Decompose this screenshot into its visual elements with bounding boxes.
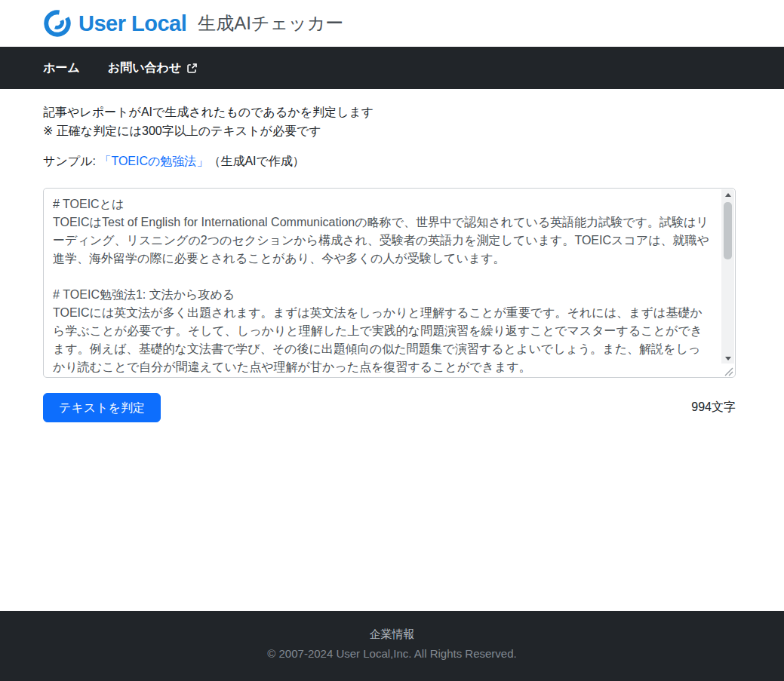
sample-toeic-link[interactable]: 「TOEICの勉強法」 xyxy=(99,155,208,167)
judge-text-button[interactable]: テキストを判定 xyxy=(43,393,161,422)
userlocal-logo-icon xyxy=(43,9,72,38)
main-content: 記事やレポートがAIで生成されたものであるかを判定します ※ 正確な判定には30… xyxy=(0,89,784,611)
intro-line-1: 記事やレポートがAIで生成されたものであるかを判定します xyxy=(43,103,736,121)
intro-line-2: ※ 正確な判定には300字以上のテキストが必要です xyxy=(43,121,736,140)
editor-scrollbar[interactable] xyxy=(721,189,734,364)
userlocal-logo[interactable]: User Local xyxy=(43,9,186,38)
userlocal-logo-text: User Local xyxy=(78,13,186,35)
scroll-down-icon[interactable] xyxy=(721,353,734,364)
page-footer: 企業情報 © 2007-2024 User Local,Inc. All Rig… xyxy=(0,611,784,681)
footer-copyright: © 2007-2024 User Local,Inc. All Rights R… xyxy=(267,646,516,661)
text-input-area[interactable]: # TOEICとは TOEICはTest of English for Inte… xyxy=(43,188,736,378)
nav-item-contact[interactable]: お問い合わせ xyxy=(108,60,198,76)
actions-row: テキストを判定 994文字 xyxy=(43,393,736,422)
nav-contact-label: お問い合わせ xyxy=(108,60,182,76)
char-count: 994文字 xyxy=(691,400,736,416)
text-input-content[interactable]: # TOEICとは TOEICはTest of English for Inte… xyxy=(53,195,712,373)
scroll-up-icon[interactable] xyxy=(721,189,734,200)
nav-item-home[interactable]: ホーム xyxy=(43,60,80,76)
app-header: User Local 生成AIチェッカー xyxy=(0,0,784,47)
sample-prefix: サンプル: xyxy=(43,155,99,167)
resize-grip-icon[interactable] xyxy=(724,366,733,376)
sample-suffix: （生成AIで作成） xyxy=(208,155,305,167)
footer-company-link[interactable]: 企業情報 xyxy=(370,627,415,642)
external-link-icon xyxy=(186,63,198,74)
scrollbar-thumb[interactable] xyxy=(724,202,732,259)
main-navbar: ホーム お問い合わせ xyxy=(0,47,784,89)
sample-line: サンプル: 「TOEICの勉強法」（生成AIで作成） xyxy=(43,152,736,170)
page-title: 生成AIチェッカー xyxy=(198,14,343,32)
